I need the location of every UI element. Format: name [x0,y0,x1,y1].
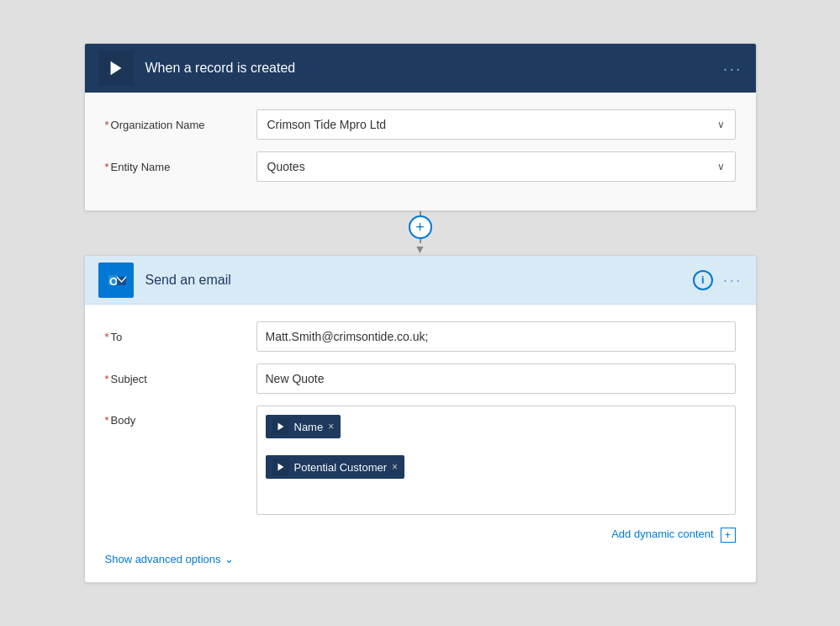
flow-container: When a record is created ··· *Organizati… [84,43,757,582]
org-select-value: Crimson Tide Mpro Ltd [267,118,387,131]
customer-tag-close-button[interactable]: × [392,461,398,473]
play-icon [107,59,125,77]
svg-marker-5 [277,423,283,431]
add-step-button[interactable]: + [409,215,432,239]
svg-marker-6 [277,464,283,471]
info-button[interactable]: i [693,270,713,290]
trigger-title: When a record is created [145,61,723,76]
org-select[interactable]: Crimson Tide Mpro Ltd ∨ [256,109,736,140]
name-tag-label: Name [294,421,324,433]
subject-required-star: * [105,373,109,385]
subject-value: New Quote [266,372,325,385]
svg-text:O: O [109,275,118,288]
body-tag-customer: Potential Customer × [266,455,405,479]
connector: + ▼ [409,211,432,255]
outlook-svg: O [105,269,127,291]
subject-field-row: *Subject New Quote [105,363,736,394]
connector-arrow-icon: ▼ [415,243,426,255]
org-field-row: *Organization Name Crimson Tide Mpro Ltd… [105,109,736,140]
customer-tag-label: Potential Customer [294,461,388,474]
to-value: Matt.Smith@crimsontide.co.uk; [266,330,429,343]
to-label: *To [105,331,256,343]
action-title: Send an email [145,273,693,288]
body-tag-customer-wrapper: Potential Customer × [266,455,726,487]
body-required-star: * [105,414,109,427]
entity-required-star: * [105,161,109,173]
trigger-card-body: *Organization Name Crimson Tide Mpro Ltd… [85,93,756,210]
action-card: O Send an email i ··· *To Matt.Smith@cri… [84,255,757,582]
outlook-icon: O [98,263,134,298]
trigger-card-header: When a record is created ··· [85,44,756,93]
body-input[interactable]: Name × Potential Customer × [256,406,736,515]
entity-label: *Entity Name [105,161,256,173]
show-advanced-button[interactable]: Show advanced options ⌄ [105,553,234,565]
name-tag-close-button[interactable]: × [328,421,334,432]
org-required-star: * [105,119,109,131]
body-field-row: *Body Name × [105,406,736,515]
trigger-card: When a record is created ··· *Organizati… [84,43,757,211]
add-dynamic-link[interactable]: Add dynamic content [611,528,713,540]
subject-input[interactable]: New Quote [256,363,736,394]
entity-field-row: *Entity Name Quotes ∨ [105,151,736,182]
to-required-star: * [105,331,109,343]
customer-tag-icon [272,459,289,475]
entity-select-value: Quotes [267,160,305,173]
trigger-icon [98,50,134,86]
body-tag-name-wrapper: Name × [266,415,726,447]
body-label: *Body [105,406,256,427]
entity-select[interactable]: Quotes ∨ [256,151,736,182]
action-menu-button[interactable]: ··· [723,270,742,289]
add-dynamic-button[interactable]: + [721,528,736,543]
action-card-body: *To Matt.Smith@crimsontide.co.uk; *Subje… [85,305,756,581]
org-label: *Organization Name [105,119,256,131]
action-card-header: O Send an email i ··· [85,256,756,305]
add-dynamic-row: Add dynamic content + [105,527,736,542]
to-field-row: *To Matt.Smith@crimsontide.co.uk; [105,321,736,352]
svg-marker-0 [110,61,121,76]
show-advanced-row: Show advanced options ⌄ [105,543,736,565]
subject-label: *Subject [105,373,256,385]
org-chevron-icon: ∨ [717,119,725,130]
to-input[interactable]: Matt.Smith@crimsontide.co.uk; [256,321,736,352]
show-advanced-label: Show advanced options [105,553,221,565]
entity-chevron-icon: ∨ [717,161,725,172]
body-tag-name: Name × [266,415,341,438]
name-tag-icon [272,418,289,435]
trigger-menu-button[interactable]: ··· [723,59,742,78]
show-advanced-chevron-icon: ⌄ [225,553,234,565]
